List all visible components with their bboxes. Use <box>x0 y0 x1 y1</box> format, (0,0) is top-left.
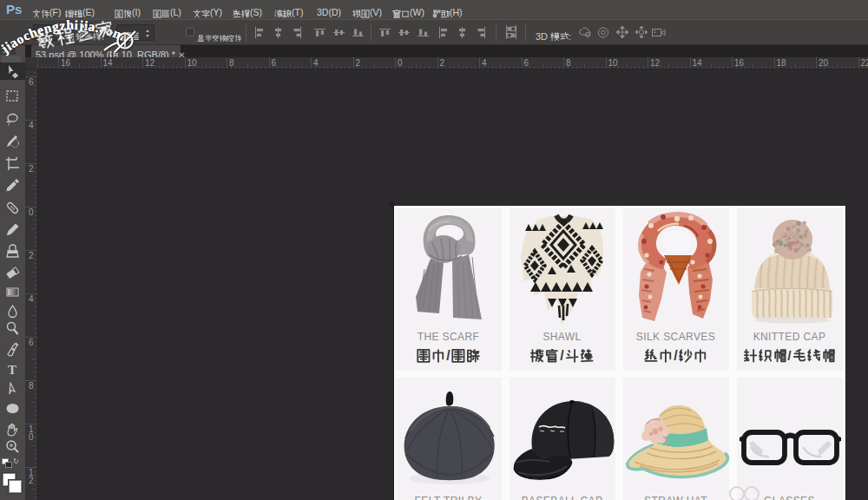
svg-text:T: T <box>8 363 16 377</box>
